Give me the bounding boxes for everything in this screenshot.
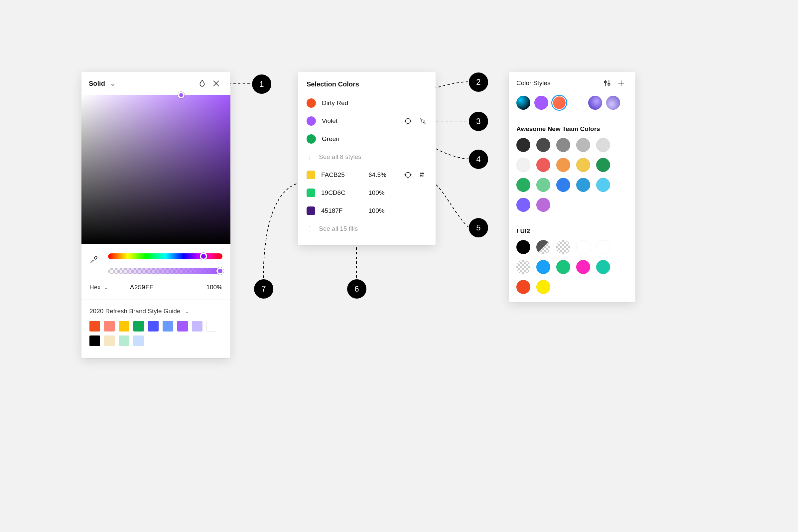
color-model-dropdown[interactable]: Hex [90, 284, 101, 291]
annotation-badge-5: 5 [469, 218, 488, 238]
opacity-input[interactable]: 100% [206, 284, 223, 291]
color-style[interactable] [516, 260, 530, 274]
color-style[interactable] [516, 198, 530, 212]
style-group-title: Awesome New Team Colors [509, 118, 635, 138]
library-section: 2020 Refresh Brand Style Guide ⌄ [81, 300, 230, 358]
color-field-handle[interactable] [178, 92, 185, 98]
selection-title: Selection Colors [298, 80, 436, 94]
color-style[interactable] [536, 138, 550, 152]
selection-fill-row[interactable]: 19CD6C 100% [298, 184, 436, 202]
blend-mode-icon[interactable] [195, 76, 209, 91]
style-dot [307, 98, 316, 108]
library-swatch[interactable] [90, 321, 100, 331]
target-icon[interactable] [404, 171, 412, 179]
style-group-grid [509, 240, 635, 302]
library-dropdown[interactable]: 2020 Refresh Brand Style Guide ⌄ [90, 307, 223, 315]
style-name: Green [322, 135, 395, 142]
selection-colors-panel: Selection Colors Dirty Red Violet Green … [298, 72, 436, 245]
color-style[interactable] [596, 260, 610, 274]
unlink-icon[interactable] [418, 117, 427, 125]
hex-input[interactable]: A259FF [130, 284, 207, 291]
chevron-down-icon: ⌄ [185, 307, 190, 315]
library-swatch[interactable] [148, 321, 158, 331]
favorite-style[interactable] [534, 96, 548, 110]
color-style[interactable] [576, 240, 590, 254]
color-style[interactable] [516, 280, 530, 294]
hue-slider[interactable] [108, 253, 223, 259]
favorite-style[interactable] [588, 96, 602, 110]
style-name: Dirty Red [322, 99, 395, 107]
library-swatch[interactable] [192, 321, 203, 331]
color-picker-panel: Solid ⌄ [81, 72, 230, 358]
create-style-icon[interactable] [418, 171, 427, 179]
selection-fill-row[interactable]: 45187F 100% [298, 202, 436, 220]
color-style[interactable] [516, 158, 530, 172]
library-swatch[interactable] [119, 336, 129, 346]
library-swatch[interactable] [207, 321, 217, 331]
fill-mode-dropdown[interactable]: Solid ⌄ [89, 79, 116, 88]
library-swatch[interactable] [104, 321, 115, 331]
color-style[interactable] [596, 240, 610, 254]
fill-hex: 45187F [321, 207, 368, 214]
color-style[interactable] [536, 240, 550, 254]
svg-line-7 [420, 118, 421, 119]
filter-icon[interactable] [600, 76, 614, 90]
fill-hex: 19CD6C [321, 189, 368, 196]
alpha-slider[interactable] [108, 268, 223, 274]
color-style[interactable] [556, 240, 570, 254]
color-style[interactable] [536, 198, 550, 212]
color-style[interactable] [516, 178, 530, 192]
favorite-style[interactable] [552, 96, 566, 110]
annotation-badge-3: 3 [469, 112, 488, 131]
hex-row: Hex ⌄ A259FF 100% [81, 281, 230, 300]
color-style[interactable] [536, 158, 550, 172]
library-swatch[interactable] [90, 336, 100, 346]
see-all-styles[interactable]: ⋮ See all 8 styles [298, 148, 436, 166]
see-all-fills[interactable]: ⋮ See all 15 fills [298, 220, 436, 238]
color-style[interactable] [596, 178, 610, 192]
fill-swatch [307, 171, 315, 179]
favorite-style[interactable] [570, 96, 584, 110]
color-field[interactable] [81, 95, 230, 244]
annotation-badge-7: 7 [254, 279, 273, 299]
color-style[interactable] [556, 158, 570, 172]
library-swatch[interactable] [133, 336, 144, 346]
selection-style-row[interactable]: Green [298, 130, 436, 148]
annotation-badge-2: 2 [469, 73, 488, 92]
favorite-style[interactable] [606, 96, 620, 110]
close-icon[interactable] [209, 76, 223, 91]
color-style[interactable] [556, 178, 570, 192]
svg-point-2 [405, 118, 410, 124]
svg-point-15 [422, 173, 423, 174]
add-style-icon[interactable] [614, 76, 628, 90]
color-style[interactable] [556, 260, 570, 274]
color-style[interactable] [596, 138, 610, 152]
library-swatch[interactable] [133, 321, 144, 331]
color-style[interactable] [516, 138, 530, 152]
target-icon[interactable] [404, 117, 412, 125]
color-style[interactable] [596, 158, 610, 172]
library-swatches [90, 321, 223, 346]
library-swatch[interactable] [177, 321, 188, 331]
color-style[interactable] [516, 240, 530, 254]
selection-style-row[interactable]: Dirty Red [298, 94, 436, 112]
selection-style-row[interactable]: Violet [298, 112, 436, 130]
color-style[interactable] [536, 178, 550, 192]
color-style[interactable] [536, 280, 550, 294]
color-style[interactable] [556, 138, 570, 152]
favorite-style[interactable] [516, 96, 530, 110]
fill-opacity: 64.5% [368, 171, 395, 178]
color-style[interactable] [576, 158, 590, 172]
svg-point-9 [405, 172, 410, 177]
color-style[interactable] [536, 260, 550, 274]
selection-fill-row[interactable]: FACB25 64.5% [298, 166, 436, 184]
hue-thumb[interactable] [200, 253, 207, 260]
library-swatch[interactable] [119, 321, 129, 331]
color-style[interactable] [576, 138, 590, 152]
library-swatch[interactable] [104, 336, 115, 346]
alpha-thumb[interactable] [216, 267, 224, 274]
eyedropper-icon[interactable] [90, 255, 103, 264]
library-swatch[interactable] [163, 321, 173, 331]
color-style[interactable] [576, 260, 590, 274]
color-style[interactable] [576, 178, 590, 192]
